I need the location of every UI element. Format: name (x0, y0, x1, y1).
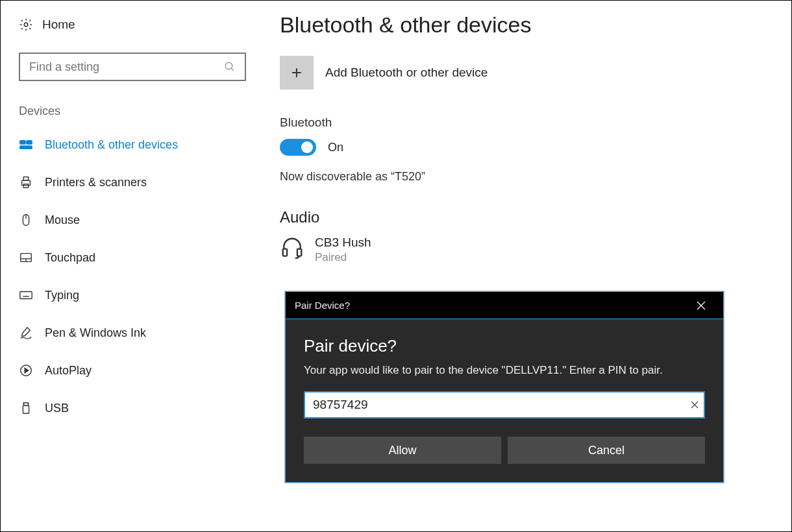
pen-icon (19, 326, 33, 340)
search-input[interactable] (29, 60, 215, 74)
close-button[interactable] (688, 293, 714, 319)
bluetooth-toggle-state: On (328, 141, 343, 154)
sidebar-item-autoplay[interactable]: AutoPlay (1, 352, 260, 389)
bluetooth-toggle[interactable] (280, 139, 316, 156)
svg-rect-27 (297, 249, 301, 256)
sidebar-item-label: Typing (45, 289, 79, 302)
search-box[interactable] (19, 53, 246, 81)
svg-marker-21 (25, 368, 29, 372)
sidebar-item-touchpad[interactable]: Touchpad (1, 239, 260, 276)
svg-rect-6 (22, 180, 31, 185)
page-title: Bluetooth & other devices (280, 12, 791, 38)
audio-device-item[interactable]: CB3 Hush Paired (280, 236, 791, 264)
sidebar-item-pen[interactable]: Pen & Windows Ink (1, 314, 260, 352)
cancel-button[interactable]: Cancel (508, 437, 705, 464)
discoverable-text: Now discoverable as “T520” (280, 170, 791, 184)
bluetooth-devices-icon (19, 138, 33, 152)
plus-icon: + (280, 56, 314, 90)
svg-line-2 (231, 68, 234, 71)
pin-input[interactable] (304, 391, 705, 418)
bluetooth-section-label: Bluetooth (280, 115, 791, 130)
dialog-heading: Pair device? (304, 336, 705, 356)
headset-icon (280, 236, 304, 260)
search-icon (224, 61, 236, 73)
sidebar-item-label: Pen & Windows Ink (45, 326, 146, 340)
sidebar-item-bluetooth[interactable]: Bluetooth & other devices (1, 126, 260, 163)
svg-rect-3 (20, 141, 25, 145)
svg-point-0 (24, 23, 28, 27)
keyboard-icon (19, 288, 33, 302)
printer-icon (19, 175, 33, 189)
device-name: CB3 Hush (315, 236, 371, 250)
device-status: Paired (315, 251, 371, 264)
sidebar-item-label: AutoPlay (45, 364, 92, 378)
dialog-body: Pair device? Your app would like to pair… (286, 319, 723, 482)
close-icon (697, 301, 706, 310)
sidebar-item-label: USB (45, 402, 69, 415)
sidebar-item-label: Touchpad (45, 251, 95, 265)
sidebar-item-usb[interactable]: USB (1, 389, 260, 427)
usb-icon (19, 401, 33, 415)
svg-rect-5 (20, 146, 32, 149)
pair-device-dialog: Pair Device? Pair device? Your app would… (285, 291, 724, 483)
device-info: CB3 Hush Paired (315, 236, 371, 264)
sidebar-item-typing[interactable]: Typing (1, 276, 260, 314)
clear-input-button[interactable] (691, 401, 699, 409)
audio-section-label: Audio (280, 208, 791, 226)
svg-rect-23 (23, 405, 29, 413)
sidebar-nav: Bluetooth & other devices Printers & sca… (1, 126, 260, 427)
dialog-titlebar-text: Pair Device? (295, 300, 350, 311)
svg-rect-22 (23, 403, 28, 406)
svg-rect-4 (27, 141, 32, 145)
home-label: Home (42, 18, 75, 32)
sidebar-item-label: Bluetooth & other devices (45, 138, 178, 152)
sidebar-item-mouse[interactable]: Mouse (1, 201, 260, 239)
mouse-icon (19, 213, 33, 227)
gear-icon (19, 18, 33, 32)
sidebar-item-printers[interactable]: Printers & scanners (1, 163, 260, 201)
touchpad-icon (19, 250, 33, 265)
autoplay-icon (19, 363, 33, 378)
sidebar: Home Devices Bluetooth & other devices P… (1, 1, 260, 531)
sidebar-item-label: Mouse (45, 213, 80, 227)
home-button[interactable]: Home (1, 14, 260, 36)
sidebar-item-label: Printers & scanners (45, 176, 147, 189)
svg-point-1 (225, 62, 232, 69)
allow-button[interactable]: Allow (304, 437, 501, 464)
add-device-label: Add Bluetooth or other device (325, 66, 488, 80)
svg-rect-7 (23, 177, 28, 181)
sidebar-group-label: Devices (1, 81, 260, 126)
close-icon (691, 401, 699, 409)
dialog-titlebar[interactable]: Pair Device? (286, 292, 723, 319)
svg-rect-26 (283, 249, 287, 256)
add-device-button[interactable]: + Add Bluetooth or other device (280, 56, 791, 90)
dialog-message: Your app would like to pair to the devic… (304, 364, 705, 377)
svg-rect-8 (23, 184, 28, 188)
settings-window: Home Devices Bluetooth & other devices P… (0, 0, 792, 532)
svg-rect-14 (20, 292, 32, 299)
